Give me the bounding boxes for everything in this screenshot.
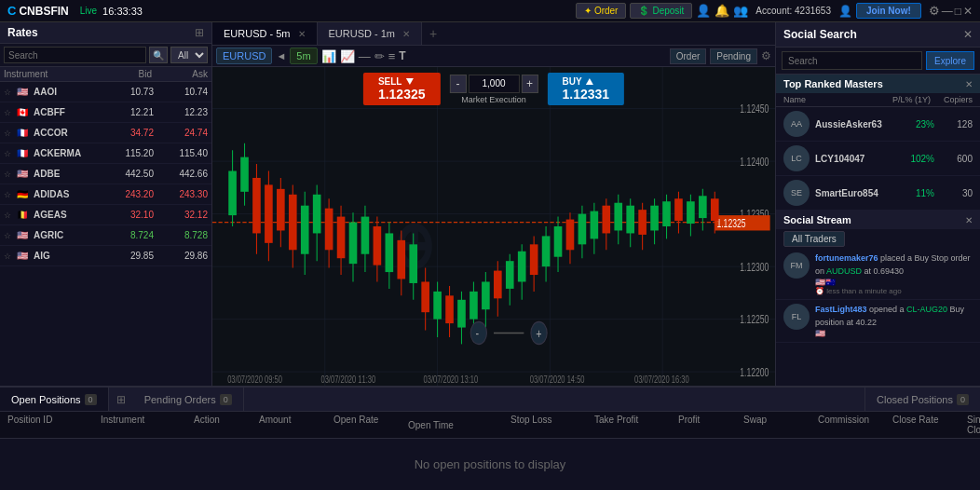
col-bid: Bid <box>96 69 152 79</box>
master-pct: 102% <box>897 154 934 164</box>
logo: C CNBSFIN <box>7 4 69 18</box>
chart-tab-add-button[interactable]: + <box>422 22 444 45</box>
svg-rect-28 <box>265 184 273 242</box>
rate-ask: 115.40 <box>154 148 208 158</box>
stream-list: FM fortunemaker76 placed a Buy Stop orde… <box>776 249 980 386</box>
svg-rect-88 <box>626 206 634 234</box>
maximize-button[interactable]: □ <box>955 5 961 18</box>
rate-ask: 32.12 <box>154 210 208 220</box>
join-now-button[interactable]: Join Now! <box>856 3 921 19</box>
rate-flag: 🇺🇸 <box>17 251 34 261</box>
rate-row[interactable]: ☆ 🇺🇸 AGRIC 8.724 8.728 <box>0 225 211 246</box>
chart-timeframe-button[interactable]: 5m <box>290 48 317 64</box>
stream-flags: 🇺🇸 <box>815 329 973 338</box>
svg-rect-98 <box>687 201 695 224</box>
rate-flag: 🇫🇷 <box>17 148 34 158</box>
deposit-button[interactable]: 💲 Deposit <box>630 3 692 19</box>
svg-rect-44 <box>361 217 370 254</box>
svg-rect-48 <box>386 233 394 272</box>
rate-bid: 8.724 <box>100 230 154 240</box>
ranked-row[interactable]: SE SmartEuro854 11% 30 <box>776 176 980 211</box>
rate-ask: 243.30 <box>154 189 208 199</box>
rate-row[interactable]: ☆ 🇺🇸 AIG 29.85 29.86 <box>0 246 211 266</box>
chart-arrow-left-button[interactable]: ◄ <box>276 50 286 61</box>
social-close-button[interactable]: ✕ <box>963 28 973 41</box>
qty-increase-button[interactable]: + <box>522 75 538 93</box>
pending-orders-tab[interactable]: Pending Orders 0 <box>133 388 244 411</box>
chart-settings-button[interactable]: ⚙ <box>761 49 771 62</box>
rate-row[interactable]: ☆ 🇧🇪 AGEAS 32.10 32.12 <box>0 205 211 225</box>
chart-tab-close-2[interactable]: ✕ <box>402 29 410 39</box>
open-positions-tab[interactable]: Open Positions 0 <box>0 388 109 411</box>
minimize-button[interactable]: — <box>942 5 953 18</box>
rate-flag: 🇨🇦 <box>17 107 34 117</box>
col-instrument: Instrument <box>4 69 96 79</box>
settings-button[interactable]: ⚙ <box>929 4 940 18</box>
rate-flag: 🇩🇪 <box>17 189 34 199</box>
col-swap: Swap <box>743 415 818 435</box>
rates-search-input[interactable] <box>4 47 146 63</box>
sell-label: SELL <box>378 76 426 87</box>
master-avatar: AA <box>783 111 810 137</box>
logo-c-icon: C <box>7 4 16 18</box>
rates-search-button[interactable]: 🔍 <box>149 47 168 63</box>
chart-tab-eurusd-5m[interactable]: EURUSD - 5m ✕ <box>212 22 318 45</box>
sell-arrow-icon <box>405 78 413 85</box>
chart-bars-button[interactable]: 📊 <box>321 49 336 63</box>
rate-row[interactable]: ☆ 🇫🇷 ACCOR 34.72 24.74 <box>0 123 211 143</box>
ranked-row[interactable]: AA AussieAsker63 23% 128 <box>776 107 980 142</box>
rate-row[interactable]: ☆ 🇩🇪 ADIDAS 243.20 243.30 <box>0 184 211 205</box>
top-ranked-close-button[interactable]: ✕ <box>965 79 973 89</box>
rate-row[interactable]: ☆ 🇨🇦 ACBFF 12.21 12.23 <box>0 102 211 123</box>
sell-button[interactable]: SELL 1.12325 <box>363 73 441 105</box>
svg-rect-38 <box>325 209 333 251</box>
rate-row[interactable]: ☆ 🇺🇸 AAOI 10.73 10.74 <box>0 82 211 102</box>
all-traders-button[interactable]: All Traders <box>783 231 845 247</box>
rate-row[interactable]: ☆ 🇫🇷 ACKERMA 115.20 115.40 <box>0 143 211 164</box>
chart-minus-button[interactable]: — <box>359 49 371 63</box>
close-window-button[interactable]: ✕ <box>963 5 973 18</box>
chart-line-button[interactable]: 📈 <box>340 49 355 63</box>
chart-tab-label-2: EURUSD - 1m <box>329 28 396 39</box>
chart-order-button[interactable]: Order <box>670 48 707 64</box>
chart-symbol-button[interactable]: EURUSD <box>216 48 272 64</box>
svg-rect-32 <box>289 195 297 250</box>
col-open-time: Open Time <box>408 415 510 435</box>
rate-flag: 🇺🇸 <box>17 87 34 97</box>
rates-grid-icon: ⊞ <box>195 26 204 39</box>
explore-button[interactable]: Explore <box>926 51 974 70</box>
chart-tab-eurusd-1m[interactable]: EURUSD - 1m ✕ <box>318 22 423 45</box>
chart-pending-button[interactable]: Pending <box>710 48 757 64</box>
chart-list-button[interactable]: ≡ <box>388 49 396 63</box>
rate-bid: 442.50 <box>100 169 154 179</box>
master-pct: 23% <box>897 119 934 129</box>
chart-toolbar: EURUSD ◄ 5m 📊 📈 — ✏ ≡ T Order Pending ⚙ <box>212 46 775 67</box>
chart-tab-close-1[interactable]: ✕ <box>298 29 306 39</box>
svg-rect-80 <box>578 214 587 245</box>
svg-rect-42 <box>349 223 358 265</box>
social-stream-title: Social Stream <box>783 214 851 225</box>
main-layout: Rates ⊞ 🔍 All Instrument Bid Ask ☆ 🇺🇸 AA… <box>0 22 980 386</box>
col-open-rate: Open Rate <box>333 415 408 435</box>
quantity-input[interactable] <box>469 75 520 93</box>
rate-name: ADIDAS <box>34 189 100 199</box>
pending-orders-badge: 0 <box>220 394 232 405</box>
order-icon: ✦ <box>584 6 592 16</box>
social-search-input[interactable] <box>782 51 922 70</box>
col-position-id: Position ID <box>7 415 101 435</box>
positions-empty-state: No open positions to display <box>0 439 980 490</box>
svg-rect-26 <box>252 178 261 233</box>
rate-row[interactable]: ☆ 🇺🇸 ADBE 442.50 442.66 <box>0 164 211 184</box>
order-button[interactable]: ✦ Order <box>576 3 627 19</box>
ranked-col-copiers: Copiers <box>931 95 973 104</box>
qty-decrease-button[interactable]: - <box>450 75 467 93</box>
social-stream-close-button[interactable]: ✕ <box>965 215 973 225</box>
ranked-row[interactable]: LC LCY104047 102% 600 <box>776 142 980 176</box>
rates-filter-select[interactable]: All <box>170 47 208 63</box>
rates-panel: Rates ⊞ 🔍 All Instrument Bid Ask ☆ 🇺🇸 AA… <box>0 22 212 386</box>
chart-t-button[interactable]: T <box>399 49 405 62</box>
buy-button[interactable]: BUY 1.12331 <box>548 73 625 105</box>
chart-draw-button[interactable]: ✏ <box>374 49 385 63</box>
closed-positions-tab[interactable]: Closed Positions 0 <box>864 388 980 411</box>
svg-text:03/07/2020 13:10: 03/07/2020 13:10 <box>424 374 479 385</box>
